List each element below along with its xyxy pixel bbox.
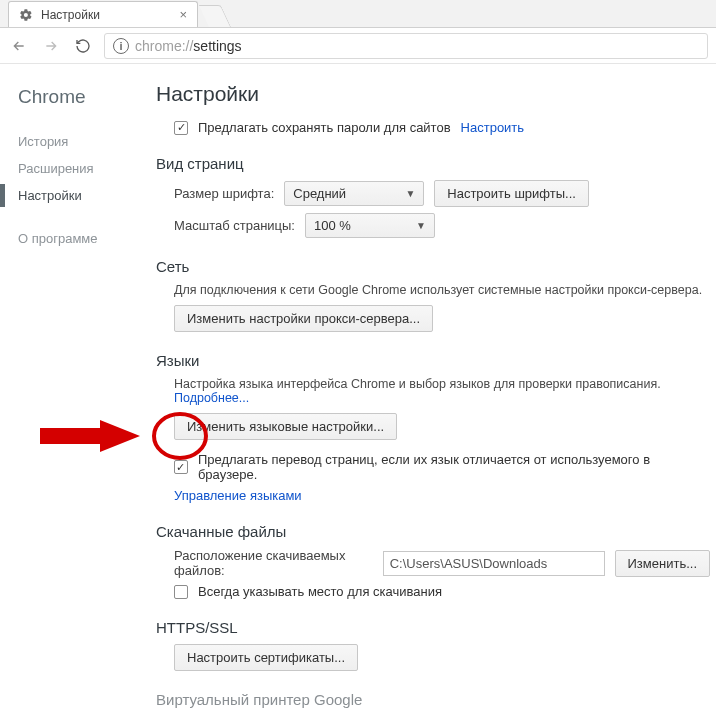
info-icon[interactable]: i xyxy=(113,38,129,54)
change-location-button[interactable]: Изменить... xyxy=(615,550,710,577)
passwords-label: Предлагать сохранять пароли для сайтов xyxy=(198,120,451,135)
passwords-checkbox[interactable] xyxy=(174,121,188,135)
gear-icon xyxy=(19,8,33,22)
customize-fonts-button[interactable]: Настроить шрифты... xyxy=(434,180,589,207)
tab-bar: Настройки × xyxy=(0,0,716,28)
sidebar-item-history[interactable]: История xyxy=(18,128,150,155)
languages-help: Настройка языка интерфейса Chrome и выбо… xyxy=(174,377,710,405)
brand-title: Chrome xyxy=(18,86,150,108)
browser-tab[interactable]: Настройки × xyxy=(8,1,198,27)
chevron-down-icon: ▼ xyxy=(416,220,426,231)
address-text: chrome://settings xyxy=(135,38,242,54)
new-tab-button[interactable] xyxy=(199,5,231,27)
content-area: Настройки Предлагать сохранять пароли дл… xyxy=(150,64,716,717)
page-zoom-label: Масштаб страницы: xyxy=(174,218,295,233)
page-title: Настройки xyxy=(156,82,710,106)
page-zoom-select[interactable]: 100 %▼ xyxy=(305,213,435,238)
section-appearance: Вид страниц xyxy=(156,155,710,172)
toolbar: i chrome://settings xyxy=(0,28,716,64)
reload-button[interactable] xyxy=(72,35,94,57)
passwords-configure-link[interactable]: Настроить xyxy=(461,120,525,135)
language-settings-button[interactable]: Изменить языковые настройки... xyxy=(174,413,397,440)
font-size-label: Размер шрифта: xyxy=(174,186,274,201)
ask-location-checkbox[interactable] xyxy=(174,585,188,599)
back-button[interactable] xyxy=(8,35,30,57)
sidebar-item-about[interactable]: О программе xyxy=(18,231,150,246)
close-icon[interactable]: × xyxy=(179,7,187,22)
font-size-select[interactable]: Средний▼ xyxy=(284,181,424,206)
address-bar[interactable]: i chrome://settings xyxy=(104,33,708,59)
chevron-down-icon: ▼ xyxy=(405,188,415,199)
translate-checkbox[interactable] xyxy=(174,460,188,474)
section-network: Сеть xyxy=(156,258,710,275)
section-languages: Языки xyxy=(156,352,710,369)
proxy-settings-button[interactable]: Изменить настройки прокси-сервера... xyxy=(174,305,433,332)
section-printer: Виртуальный принтер Google xyxy=(156,691,710,708)
sidebar-item-settings[interactable]: Настройки xyxy=(18,182,150,209)
section-https: HTTPS/SSL xyxy=(156,619,710,636)
network-help: Для подключения к сети Google Chrome исп… xyxy=(174,283,710,297)
sidebar: Chrome История Расширения Настройки О пр… xyxy=(0,64,150,717)
forward-button[interactable] xyxy=(40,35,62,57)
download-location-label: Расположение скачиваемых файлов: xyxy=(174,548,373,578)
section-downloads: Скачанные файлы xyxy=(156,523,710,540)
tab-title: Настройки xyxy=(41,8,100,22)
translate-label: Предлагать перевод страниц, если их язык… xyxy=(198,452,710,482)
sidebar-item-extensions[interactable]: Расширения xyxy=(18,155,150,182)
languages-more-link[interactable]: Подробнее... xyxy=(174,391,249,405)
certificates-button[interactable]: Настроить сертификаты... xyxy=(174,644,358,671)
download-location-input[interactable] xyxy=(383,551,605,576)
ask-location-label: Всегда указывать место для скачивания xyxy=(198,584,442,599)
manage-languages-link[interactable]: Управление языками xyxy=(174,488,302,503)
